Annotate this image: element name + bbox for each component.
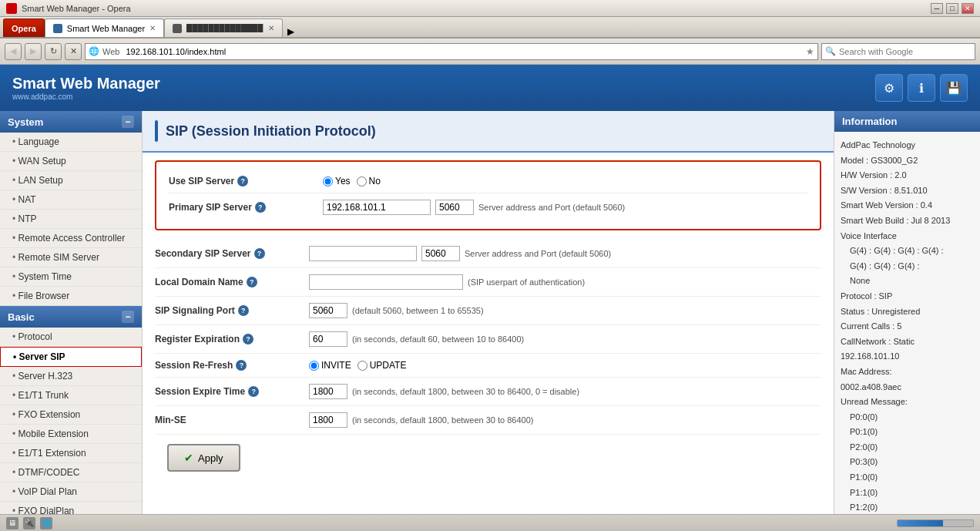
sip-signaling-help-icon[interactable]: ? xyxy=(238,305,249,316)
info-line-20: P2:0(0) xyxy=(841,440,974,455)
sidebar-item-remote-sim[interactable]: Remote SIM Server xyxy=(0,248,142,267)
info-panel: Information AddPac Technology Model : GS… xyxy=(834,111,980,514)
use-sip-yes-label[interactable]: Yes xyxy=(323,176,351,187)
session-expire-input[interactable] xyxy=(309,384,347,399)
sidebar-item-nat[interactable]: NAT xyxy=(0,190,142,210)
close-button[interactable]: ✕ xyxy=(962,3,974,14)
sip-signaling-label: SIP Signaling Port ? xyxy=(155,305,309,316)
register-exp-hint: (in seconds, default 60, between 10 to 8… xyxy=(352,334,524,344)
page-title-accent xyxy=(155,120,158,142)
info-line-17: Unread Message: xyxy=(841,395,974,410)
info-line-6: Voice Interface xyxy=(841,229,974,244)
info-line-8: G(4) : G(4) : G(4) : xyxy=(841,259,974,274)
sidebar-item-dtmf[interactable]: DTMF/CODEC xyxy=(0,463,142,482)
info-line-18: P0:0(0) xyxy=(841,410,974,425)
sidebar-item-server-sip[interactable]: Server SIP xyxy=(0,347,142,367)
sidebar-item-file-browser[interactable]: File Browser xyxy=(0,287,142,306)
use-sip-help-icon[interactable]: ? xyxy=(237,176,248,187)
local-domain-controls: (SIP userpart of authentication) xyxy=(309,274,821,290)
reload-button[interactable]: ↻ xyxy=(45,43,62,60)
update-radio[interactable] xyxy=(357,361,368,371)
minimize-button[interactable]: ─ xyxy=(931,3,943,14)
info-line-11: Status : Unregistered xyxy=(841,304,974,320)
page-title-bar: SIP (Session Initiation Protocol) xyxy=(143,111,834,153)
min-se-input[interactable] xyxy=(309,412,347,428)
sip-signaling-input[interactable] xyxy=(309,303,347,318)
register-exp-input[interactable] xyxy=(309,331,347,347)
restore-button[interactable]: □ xyxy=(946,3,958,14)
invite-label[interactable]: INVITE xyxy=(309,360,351,371)
min-se-controls: (in seconds, default 1800, between 30 to… xyxy=(309,412,821,428)
sidebar-item-remote-access[interactable]: Remote Access Controller xyxy=(0,229,142,248)
tab-new[interactable]: ██████████████ ✕ xyxy=(164,18,283,37)
sip-signaling-row: SIP Signaling Port ? (default 5060, betw… xyxy=(155,297,821,325)
sidebar-item-voip-dial[interactable]: VoIP Dial Plan xyxy=(0,482,142,502)
sidebar-item-language[interactable]: Language xyxy=(0,133,142,152)
stop-button[interactable]: ✕ xyxy=(65,43,82,60)
secondary-sip-hint: Server address and Port (default 5060) xyxy=(465,249,611,258)
basic-toggle-icon[interactable]: − xyxy=(122,311,134,323)
bookmark-star-icon[interactable]: ★ xyxy=(806,46,814,57)
use-sip-no-label[interactable]: No xyxy=(357,176,381,187)
tab2-close-button[interactable]: ✕ xyxy=(268,24,274,32)
window-controls[interactable]: ─ □ ✕ xyxy=(931,3,974,14)
apply-button[interactable]: ✔ Apply xyxy=(167,444,240,472)
session-refresh-label: Session Re-Fresh ? xyxy=(155,360,309,371)
info-line-24: P1:2(0) xyxy=(841,500,974,514)
search-input[interactable] xyxy=(839,47,972,56)
sidebar-item-mobile-ext[interactable]: Mobile Extension xyxy=(0,425,142,444)
register-exp-controls: (in seconds, default 60, between 10 to 8… xyxy=(309,331,821,347)
use-sip-no-radio[interactable] xyxy=(357,176,367,187)
primary-sip-address-input[interactable] xyxy=(323,200,431,215)
register-exp-help-icon[interactable]: ? xyxy=(243,334,253,344)
sidebar-section-system[interactable]: System − xyxy=(0,111,142,133)
sidebar-item-fxo-dial[interactable]: FXO DialPlan xyxy=(0,502,142,514)
sidebar-item-lan-setup[interactable]: LAN Setup xyxy=(0,171,142,190)
update-label[interactable]: UPDATE xyxy=(357,360,407,371)
use-sip-controls: Yes No xyxy=(323,176,807,187)
app-subtitle: www.addpac.com xyxy=(12,92,160,101)
tab-opera[interactable]: Opera xyxy=(3,18,45,37)
use-sip-row: Use SIP Server ? Yes xyxy=(169,170,807,193)
register-exp-row: Register Expiration ? (in seconds, defau… xyxy=(155,325,821,354)
tab-scroll-right[interactable]: ▶ xyxy=(283,26,298,37)
address-input[interactable] xyxy=(126,47,803,56)
info-icon-button[interactable]: ℹ xyxy=(908,74,935,102)
sidebar-item-protocol[interactable]: Protocol xyxy=(0,328,142,347)
system-toggle-icon[interactable]: − xyxy=(122,116,134,128)
info-line-3: S/W Version : 8.51.010 xyxy=(841,183,974,199)
sidebar-section-basic[interactable]: Basic − xyxy=(0,306,142,328)
secondary-sip-address-input[interactable] xyxy=(309,246,417,261)
secondary-sip-help-icon[interactable]: ? xyxy=(254,248,265,259)
settings-icon-button[interactable]: ⚙ xyxy=(875,74,903,102)
sidebar-item-fxo-ext[interactable]: FXO Extension xyxy=(0,405,142,425)
session-expire-help-icon[interactable]: ? xyxy=(248,386,259,397)
page-title: SIP (Session Initiation Protocol) xyxy=(166,123,376,139)
invite-radio[interactable] xyxy=(309,361,319,371)
use-sip-yes-radio[interactable] xyxy=(323,176,333,187)
forward-button[interactable]: ▶ xyxy=(25,43,42,60)
secondary-sip-port-input[interactable] xyxy=(421,246,460,261)
info-line-2: H/W Version : 2.0 xyxy=(841,168,974,183)
local-domain-input[interactable] xyxy=(309,274,463,290)
tab-smart-web-manager[interactable]: Smart Web Manager ✕ xyxy=(45,18,164,37)
session-expire-controls: (in seconds, default 1800, between 30 to… xyxy=(309,384,821,399)
sidebar-item-e1t1-ext[interactable]: E1/T1 Extension xyxy=(0,444,142,463)
tab-close-button[interactable]: ✕ xyxy=(149,24,156,32)
info-line-16: 0002.a408.9aec xyxy=(841,380,974,395)
sidebar-item-e1t1-trunk[interactable]: E1/T1 Trunk xyxy=(0,386,142,405)
sidebar-item-ntp[interactable]: NTP xyxy=(0,210,142,229)
sidebar-item-wan-setup[interactable]: WAN Setup xyxy=(0,152,142,171)
session-refresh-help-icon[interactable]: ? xyxy=(236,360,247,371)
primary-sip-help-icon[interactable]: ? xyxy=(255,202,266,213)
smart-tab-label: Smart Web Manager xyxy=(67,24,145,33)
local-domain-row: Local Domain Name ? (SIP userpart of aut… xyxy=(155,268,821,297)
tab2-label: ██████████████ xyxy=(186,24,263,32)
sidebar-item-server-h323[interactable]: Server H.323 xyxy=(0,367,142,386)
back-button[interactable]: ◀ xyxy=(5,43,22,60)
save-icon-button[interactable]: 💾 xyxy=(940,74,968,102)
local-domain-help-icon[interactable]: ? xyxy=(247,277,257,287)
session-expire-hint: (in seconds, default 1800, between 30 to… xyxy=(352,387,579,396)
primary-sip-port-input[interactable] xyxy=(435,200,474,215)
sidebar-item-system-time[interactable]: System Time xyxy=(0,267,142,287)
